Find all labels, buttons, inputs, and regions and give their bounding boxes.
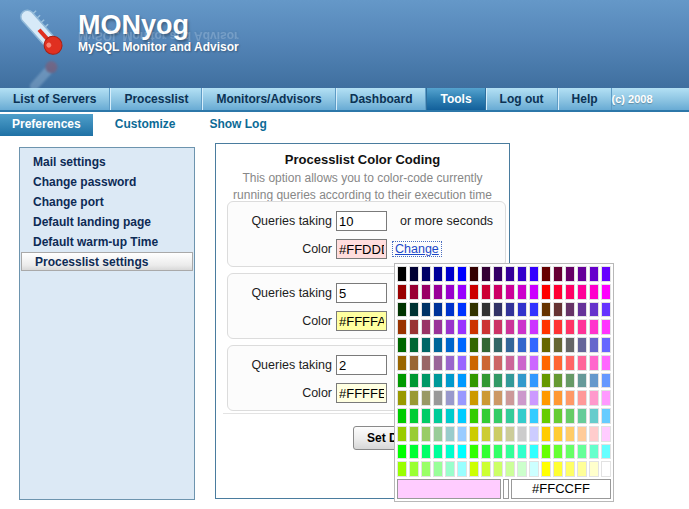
palette-swatch-ff6666[interactable] — [565, 355, 575, 371]
seconds-input-3[interactable] — [336, 355, 387, 375]
palette-swatch-009999[interactable] — [433, 373, 443, 389]
palette-swatch-33ccff[interactable] — [529, 408, 539, 424]
palette-swatch-ccff66[interactable] — [493, 461, 503, 477]
seconds-input-2[interactable] — [336, 283, 387, 303]
palette-swatch-ff33cc[interactable] — [589, 319, 599, 335]
palette-swatch-66cc99[interactable] — [577, 408, 587, 424]
palette-swatch-003399[interactable] — [433, 302, 443, 318]
palette-swatch-9966ff[interactable] — [457, 355, 467, 371]
palette-swatch-ff3366[interactable] — [565, 319, 575, 335]
palette-swatch-3399ff[interactable] — [529, 373, 539, 389]
palette-swatch-cccc33[interactable] — [481, 426, 491, 442]
palette-swatch-00cccc[interactable] — [445, 408, 455, 424]
palette-swatch-00ff66[interactable] — [421, 444, 431, 460]
palette-swatch-0000cc[interactable] — [445, 266, 455, 282]
palette-swatch-666666[interactable] — [565, 337, 575, 353]
palette-swatch-cc0033[interactable] — [481, 284, 491, 300]
seconds-input-1[interactable] — [336, 211, 387, 231]
palette-swatch-99cc33[interactable] — [409, 426, 419, 442]
palette-swatch-ff99ff[interactable] — [601, 390, 611, 406]
palette-swatch-006633[interactable] — [409, 337, 419, 353]
palette-swatch-ffff33[interactable] — [553, 461, 563, 477]
palette-swatch-ff3399[interactable] — [577, 319, 587, 335]
palette-swatch-99ccff[interactable] — [457, 426, 467, 442]
palette-swatch-cc66cc[interactable] — [517, 355, 527, 371]
palette-swatch-9933cc[interactable] — [445, 319, 455, 335]
palette-swatch-993300[interactable] — [397, 319, 407, 335]
palette-swatch-cc6666[interactable] — [493, 355, 503, 371]
palette-swatch-00ffcc[interactable] — [445, 444, 455, 460]
nav-tab-monitors-advisors[interactable]: Monitors/Advisors — [202, 88, 335, 110]
palette-swatch-cc3300[interactable] — [469, 319, 479, 335]
palette-swatch-00cc33[interactable] — [409, 408, 419, 424]
palette-swatch-3300cc[interactable] — [517, 266, 527, 282]
palette-swatch-99cccc[interactable] — [445, 426, 455, 442]
palette-swatch-3333ff[interactable] — [529, 302, 539, 318]
palette-swatch-33cc66[interactable] — [493, 408, 503, 424]
palette-swatch-6600cc[interactable] — [589, 266, 599, 282]
palette-swatch-990000[interactable] — [397, 284, 407, 300]
palette-swatch-66cc33[interactable] — [553, 408, 563, 424]
palette-swatch-660066[interactable] — [565, 266, 575, 282]
palette-swatch-ff6600[interactable] — [541, 355, 551, 371]
nav-tab-dashboard[interactable]: Dashboard — [336, 88, 427, 110]
palette-swatch-006666[interactable] — [421, 337, 431, 353]
palette-swatch-66cccc[interactable] — [589, 408, 599, 424]
palette-swatch-99cc00[interactable] — [397, 426, 407, 442]
nav-tab-processlist[interactable]: Processlist — [110, 88, 202, 110]
palette-swatch-ff66cc[interactable] — [589, 355, 599, 371]
palette-swatch-00ff00[interactable] — [397, 444, 407, 460]
palette-swatch-333399[interactable] — [505, 302, 515, 318]
palette-swatch-0099cc[interactable] — [445, 373, 455, 389]
sidebar-item-default-landing-page[interactable]: Default landing page — [20, 212, 194, 232]
palette-swatch-cc3366[interactable] — [493, 319, 503, 335]
palette-swatch-99ff33[interactable] — [409, 461, 419, 477]
palette-swatch-cc00ff[interactable] — [529, 284, 539, 300]
palette-swatch-000033[interactable] — [409, 266, 419, 282]
palette-swatch-99ffcc[interactable] — [445, 461, 455, 477]
palette-swatch-33cc00[interactable] — [469, 408, 479, 424]
palette-swatch-009966[interactable] — [421, 373, 431, 389]
palette-swatch-663399[interactable] — [577, 302, 587, 318]
palette-swatch-336666[interactable] — [493, 337, 503, 353]
palette-swatch-cccc00[interactable] — [469, 426, 479, 442]
palette-swatch-996633[interactable] — [409, 355, 419, 371]
palette-swatch-000099[interactable] — [433, 266, 443, 282]
palette-swatch-333300[interactable] — [469, 302, 479, 318]
palette-swatch-33ff00[interactable] — [469, 444, 479, 460]
palette-swatch-993399[interactable] — [433, 319, 443, 335]
palette-swatch-ff00ff[interactable] — [601, 284, 611, 300]
palette-swatch-ff66ff[interactable] — [601, 355, 611, 371]
palette-swatch-0000ff[interactable] — [457, 266, 467, 282]
palette-swatch-00ffff[interactable] — [457, 444, 467, 460]
nav-tab-list-of-servers[interactable]: List of Servers — [0, 88, 110, 110]
palette-swatch-999933[interactable] — [409, 390, 419, 406]
palette-swatch-ff00cc[interactable] — [589, 284, 599, 300]
palette-swatch-6699cc[interactable] — [589, 373, 599, 389]
palette-swatch-330000[interactable] — [469, 266, 479, 282]
palette-swatch-00cc99[interactable] — [433, 408, 443, 424]
palette-swatch-66ffcc[interactable] — [589, 444, 599, 460]
palette-swatch-663333[interactable] — [553, 302, 563, 318]
palette-swatch-ccffcc[interactable] — [517, 461, 527, 477]
palette-swatch-996666[interactable] — [421, 355, 431, 371]
palette-swatch-000066[interactable] — [421, 266, 431, 282]
palette-swatch-ccff33[interactable] — [481, 461, 491, 477]
palette-swatch-9966cc[interactable] — [445, 355, 455, 371]
palette-swatch-993366[interactable] — [421, 319, 431, 335]
palette-swatch-ff0099[interactable] — [577, 284, 587, 300]
palette-swatch-00ff99[interactable] — [433, 444, 443, 460]
palette-swatch-669900[interactable] — [541, 373, 551, 389]
sidebar-item-change-password[interactable]: Change password — [20, 172, 194, 192]
palette-swatch-ff99cc[interactable] — [589, 390, 599, 406]
palette-swatch-cc6633[interactable] — [481, 355, 491, 371]
palette-swatch-663366[interactable] — [565, 302, 575, 318]
palette-swatch-669933[interactable] — [553, 373, 563, 389]
palette-swatch-ff3333[interactable] — [553, 319, 563, 335]
palette-swatch-660000[interactable] — [541, 266, 551, 282]
palette-swatch-339966[interactable] — [493, 373, 503, 389]
palette-swatch-66ffff[interactable] — [601, 444, 611, 460]
palette-swatch-ffff99[interactable] — [577, 461, 587, 477]
palette-swatch-666633[interactable] — [553, 337, 563, 353]
palette-swatch-330066[interactable] — [493, 266, 503, 282]
